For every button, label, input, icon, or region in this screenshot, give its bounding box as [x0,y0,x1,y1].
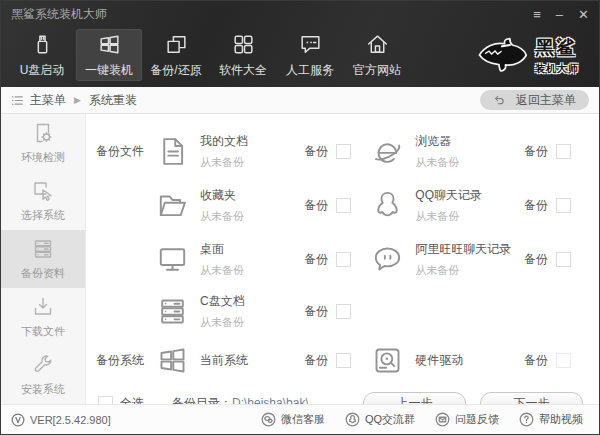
breadcrumb: 主菜单 ▶ 系统重装 返回主菜单 [1,87,599,114]
nav-backup-restore[interactable]: 备份/还原 [143,29,209,81]
backup-checkbox-hardware-driver[interactable] [556,353,571,368]
document-icon [156,135,189,168]
sidebar-label: 安装系统 [21,382,65,397]
wechat-icon [261,412,276,427]
nav-label: 官方网站 [353,62,401,79]
nav-support[interactable]: 人工服务 [277,29,343,81]
sidebar-item-select-system[interactable]: 选择系统 [1,172,85,230]
backup-item-current-system: 当前系统 备份 [152,336,367,384]
sidebar-item-backup-data[interactable]: 备份资料 [1,230,85,288]
wechat-support-link[interactable]: 微信客服 [261,412,325,427]
backup-item-my-documents: 我的文档从未备份 备份 [152,124,367,178]
backup-item-c-drive-docs: C盘文档从未备份 备份 [152,286,367,336]
backup-checkbox-browser[interactable] [556,144,571,159]
item-title: 硬件驱动 [415,352,463,369]
windows-icon [97,32,122,57]
chat-icon [298,32,323,57]
backup-item-aliwangwang-chat-history: 阿里旺旺聊天记录从未备份 备份 [367,232,587,286]
nav-label: U盘启动 [20,62,65,79]
status-link-label: 微信客服 [281,412,325,427]
home-icon [365,32,390,57]
section-backup-system: 备份系统 [96,352,152,369]
backup-label: 备份 [524,352,548,369]
backup-checkbox-my-documents[interactable] [336,144,351,159]
status-link-label: 问题反馈 [455,412,499,427]
nav-label: 软件大全 [219,62,267,79]
backup-checkbox-c-drive[interactable] [336,304,351,319]
sidebar-label: 环境检测 [21,150,65,165]
sidebar-item-env-check[interactable]: 环境检测 [1,114,85,172]
help-video-link[interactable]: 帮助视频 [519,412,583,427]
breadcrumb-root[interactable]: 主菜单 [30,92,66,109]
menu-icon[interactable]: ≡ [533,8,541,21]
item-subtitle: 从未备份 [200,155,248,170]
backup-checkbox-desktop[interactable] [336,252,351,267]
nav-usb-boot[interactable]: U盘启动 [9,29,75,81]
item-title: 收藏夹 [200,187,244,204]
nav-label: 人工服务 [286,62,334,79]
backup-label: 备份 [304,303,328,320]
sidebar: 环境检测 选择系统 备份资料 下载文件 安装系统 [1,114,86,404]
item-title: 我的文档 [200,133,248,150]
server-stack-icon [31,237,55,261]
backup-label: 备份 [524,143,548,160]
backup-checkbox-current-system[interactable] [336,353,351,368]
window-title: 黑鲨系统装机大师 [11,6,107,23]
return-arrow-icon [493,94,505,106]
apps-grid-icon [231,32,256,57]
backup-label: 备份 [304,143,328,160]
nav-website[interactable]: 官方网站 [344,29,410,81]
list-icon [11,94,24,107]
item-subtitle: 从未备份 [415,263,511,278]
qq-penguin-icon [371,189,404,222]
monitor-icon [156,243,189,276]
copy-icon [164,32,189,57]
speech-bubble-icon [371,243,404,276]
item-subtitle: 从未备份 [200,263,244,278]
sidebar-label: 下载文件 [21,324,65,339]
shark-icon [476,37,528,73]
backup-label: 备份 [304,352,328,369]
backup-item-hardware-driver: 硬件驱动 备份 [367,336,587,384]
minimize-icon[interactable]: – [556,8,563,21]
backup-label: 备份 [524,197,548,214]
qq-group-link[interactable]: QQ交流群 [345,412,415,427]
sidebar-item-install-system[interactable]: 安装系统 [1,346,85,404]
backup-label: 备份 [524,251,548,268]
feedback-link[interactable]: 问题反馈 [435,412,499,427]
sidebar-item-download-files[interactable]: 下载文件 [1,288,85,346]
titlebar: 黑鲨系统装机大师 ≡ – ✕ [1,1,599,27]
backup-item-favorites: 收藏夹从未备份 备份 [152,178,367,232]
item-title: 浏览器 [415,133,459,150]
brand-logo: 黑鲨 装机大师 [476,35,591,76]
section-backup-files: 备份文件 [96,143,152,160]
backup-checkbox-aliwangwang-chat[interactable] [556,252,571,267]
close-icon[interactable]: ✕ [578,8,589,21]
nav-one-click-install[interactable]: 一键装机 [76,29,142,81]
version-icon [11,413,25,427]
hard-drive-icon [371,344,404,377]
usb-drive-icon [30,32,55,57]
cursor-select-icon [31,179,55,203]
backup-label: 备份 [304,197,328,214]
back-to-main-menu-button[interactable]: 返回主菜单 [480,90,589,110]
qq-icon [345,412,360,427]
header: 黑鲨系统装机大师 ≡ – ✕ U盘启动 一键装机 备份/还原 软件大全 [1,1,599,87]
main-nav: U盘启动 一键装机 备份/还原 软件大全 人工服务 官方网站 [1,27,599,87]
backup-checkbox-favorites[interactable] [336,198,351,213]
question-icon [519,412,534,427]
status-link-label: QQ交流群 [365,412,415,427]
breadcrumb-separator: ▶ [74,95,81,105]
nav-software[interactable]: 软件大全 [210,29,276,81]
backup-label: 备份 [304,251,328,268]
back-button-label: 返回主菜单 [516,92,576,109]
breadcrumb-current: 系统重装 [89,92,137,109]
item-title: 桌面 [200,241,244,258]
backup-item-desktop: 桌面从未备份 备份 [152,232,367,286]
drive-stack-icon [156,295,189,328]
item-subtitle: 从未备份 [415,209,482,224]
backup-checkbox-qq-chat[interactable] [556,198,571,213]
item-subtitle: 从未备份 [415,155,459,170]
nav-label: 一键装机 [85,62,133,79]
item-title: C盘文档 [200,293,245,310]
